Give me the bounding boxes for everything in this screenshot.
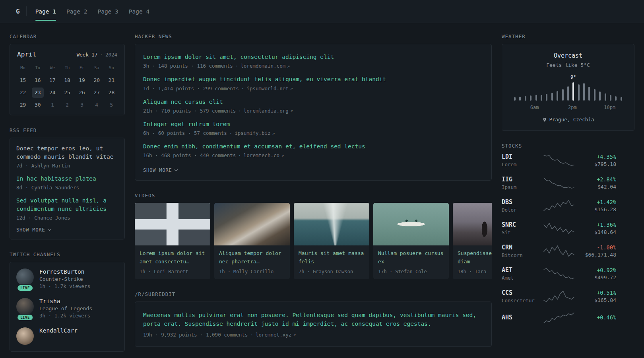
dashboard-content: CALENDAR April Week 17 · 2024 Mo Tu We T… bbox=[0, 23, 644, 358]
stock-price: $165.84 bbox=[576, 297, 616, 303]
stock-symbol: AET bbox=[502, 267, 541, 274]
show-more-label: SHOW MORE bbox=[16, 227, 45, 233]
stock-name: Lorem bbox=[502, 161, 541, 167]
video-meta: 1h · Molly Carrillo bbox=[219, 269, 285, 274]
list-item: Integer eget rutrum lorem 6h · 60 points… bbox=[143, 120, 483, 136]
hn-item-title[interactable]: Aliquam nec cursus elit bbox=[143, 98, 483, 106]
weather-time-label: 6am bbox=[530, 105, 539, 110]
weather-location-label: Prague, Czechia bbox=[549, 117, 594, 123]
channel-name: ForrestBurton bbox=[39, 268, 90, 275]
weather-location: Prague, Czechia bbox=[509, 117, 627, 123]
rss-item-title[interactable]: In hac habitasse platea bbox=[16, 175, 118, 183]
stock-price: $42.04 bbox=[576, 184, 616, 190]
twitch-channel-row[interactable]: KendallCarr bbox=[16, 327, 118, 345]
tab-page-4[interactable]: Page 4 bbox=[129, 0, 149, 23]
stock-right: +0.92% $499.72 bbox=[576, 267, 616, 280]
stock-row[interactable]: CRN Bitcorn -1.00% $66,171.48 bbox=[502, 244, 616, 258]
hn-source-link[interactable]: loremtech.co↗ bbox=[244, 152, 284, 158]
weather-card: Overcast Feels like 5°C 9° 6am 2pm 10pm … bbox=[502, 44, 634, 131]
rss-widget-label: RSS FEED bbox=[10, 127, 125, 133]
hn-source-link[interactable]: ipsumify.biz↗ bbox=[235, 130, 275, 136]
stock-row[interactable]: AHS +0.46% bbox=[502, 312, 616, 324]
weather-feels-like: Feels like 5°C bbox=[509, 62, 627, 68]
stock-name: Dolor bbox=[502, 207, 541, 213]
reddit-post-title[interactable]: Maecenas mollis pulvinar erat non posuer… bbox=[143, 311, 483, 329]
hn-item-title[interactable]: Donec imperdiet augue tincidunt felis al… bbox=[143, 75, 483, 83]
right-column: WEATHER Overcast Feels like 5°C 9° 6am 2… bbox=[502, 33, 634, 352]
left-column: CALENDAR April Week 17 · 2024 Mo Tu We T… bbox=[10, 33, 125, 352]
tab-page-2[interactable]: Page 2 bbox=[66, 0, 87, 23]
stock-row[interactable]: IIG Ipsum +2.84% $42.04 bbox=[502, 176, 616, 190]
reddit-post-meta: 19h · 9,932 points · 1,090 comments · lo… bbox=[143, 332, 483, 338]
hn-item-stats: 1d · 1,414 points · 299 comments bbox=[143, 86, 239, 91]
video-card[interactable]: Nullam posuere cursus ex 17h · Stefan Co… bbox=[373, 203, 449, 279]
stock-sparkline bbox=[541, 268, 576, 280]
hn-show-more-button[interactable]: SHOW MORE bbox=[143, 167, 483, 173]
video-body: Nullam posuere cursus ex 17h · Stefan Co… bbox=[373, 245, 449, 279]
stock-sparkline bbox=[541, 200, 576, 212]
video-card[interactable]: Lorem ipsum dolor sit amet consectetu… 1… bbox=[135, 203, 210, 279]
reddit-source-link[interactable]: loremnet.xyz↗ bbox=[256, 332, 296, 338]
hn-item-title[interactable]: Donec enim nibh, condimentum et accumsan… bbox=[143, 142, 483, 150]
calendar-day-next-month: 1 bbox=[45, 99, 60, 111]
stock-row[interactable]: CCS Consectetur +0.51% $165.84 bbox=[502, 289, 616, 304]
app-logo[interactable]: G bbox=[16, 0, 26, 23]
stock-row[interactable]: AET Amet +0.92% $499.72 bbox=[502, 267, 616, 281]
tab-page-3[interactable]: Page 3 bbox=[97, 0, 118, 23]
calendar-day-next-month: 5 bbox=[104, 99, 119, 111]
hn-source-link[interactable]: ipsumworld.net↗ bbox=[246, 86, 293, 91]
external-link-icon: ↗ bbox=[281, 153, 284, 158]
video-card[interactable]: Aliquam tempor dolor nec pharetra… 1h · … bbox=[214, 203, 290, 279]
hn-item-title[interactable]: Lorem ipsum dolor sit amet, consectetur … bbox=[143, 53, 483, 61]
hacker-news-widget: HACKER NEWS Lorem ipsum dolor sit amet, … bbox=[135, 33, 492, 181]
hn-source-link[interactable]: loremlandia.org↗ bbox=[244, 108, 293, 114]
list-item: Donec enim nibh, condimentum et accumsan… bbox=[143, 142, 483, 158]
stock-right: -1.00% $66,171.48 bbox=[576, 244, 616, 258]
list-item: Donec imperdiet augue tincidunt felis al… bbox=[143, 75, 483, 91]
twitch-channel-row[interactable]: LIVE ForrestBurton Counter-Strike 1h · 1… bbox=[16, 268, 118, 289]
calendar-day: 25 bbox=[60, 86, 74, 99]
hn-item-title[interactable]: Integer eget rutrum lorem bbox=[143, 120, 483, 128]
stock-sparkline bbox=[541, 222, 576, 234]
video-thumbnail bbox=[135, 203, 210, 245]
video-row: Lorem ipsum dolor sit amet consectetu… 1… bbox=[135, 203, 492, 279]
external-link-icon: ↗ bbox=[272, 130, 275, 136]
calendar-day: 20 bbox=[89, 74, 104, 86]
hn-source-link[interactable]: loremdomain.com↗ bbox=[241, 63, 290, 69]
weather-time-axis: 6am 2pm 10pm bbox=[514, 105, 622, 110]
video-card[interactable]: Mauris sit amet massa felis 7h · Grayson… bbox=[294, 203, 369, 279]
avatar bbox=[16, 268, 34, 286]
weather-bar bbox=[610, 95, 611, 101]
stock-row[interactable]: LDI Lorem +4.35% $795.18 bbox=[502, 153, 616, 167]
video-thumbnail bbox=[373, 203, 449, 245]
twitch-channel-row[interactable]: LIVE Trisha League of Legends 3h · 1.2k … bbox=[16, 298, 118, 319]
video-meta: 17h · Stefan Cole bbox=[378, 269, 444, 274]
hn-item-stats: 16h · 468 points · 440 comments bbox=[143, 152, 236, 158]
rss-show-more-button[interactable]: SHOW MORE bbox=[16, 227, 118, 233]
weather-bar bbox=[541, 95, 542, 101]
stock-price: $795.18 bbox=[576, 161, 616, 167]
stock-change: +1.42% bbox=[576, 199, 616, 205]
stock-name: Consectetur bbox=[502, 298, 541, 304]
external-link-icon: ↗ bbox=[293, 332, 296, 337]
stock-row[interactable]: SNRC Sit +1.36% $148.64 bbox=[502, 221, 616, 235]
video-card[interactable]: Suspendisse diam 18h · Tara bbox=[453, 203, 492, 279]
tab-page-1[interactable]: Page 1 bbox=[35, 0, 56, 23]
video-title: Suspendisse diam bbox=[458, 249, 492, 265]
rss-item-title[interactable]: Donec tempor eros leo, ut commodo mauris… bbox=[16, 144, 118, 161]
stock-name: Amet bbox=[502, 275, 541, 281]
logo-divider bbox=[26, 6, 27, 16]
stock-row[interactable]: DBS Dolor +1.42% $156.28 bbox=[502, 198, 616, 213]
calendar-day: 17 bbox=[45, 74, 60, 86]
separator-dot: · bbox=[238, 152, 241, 158]
video-meta: 18h · Tara bbox=[458, 269, 492, 274]
channel-meta: 3h · 1.2k viewers bbox=[39, 313, 92, 319]
stock-left: CCS Consectetur bbox=[502, 289, 541, 304]
stock-change: -1.00% bbox=[576, 244, 616, 251]
stock-name: Sit bbox=[502, 230, 541, 235]
weather-bar bbox=[514, 97, 516, 101]
rss-item-title[interactable]: Sed volutpat nulla nisl, a condimentum n… bbox=[16, 197, 118, 213]
video-body: Mauris sit amet massa felis 7h · Grayson… bbox=[294, 245, 369, 279]
stock-sparkline bbox=[541, 177, 576, 189]
separator-dot: · bbox=[250, 332, 253, 338]
